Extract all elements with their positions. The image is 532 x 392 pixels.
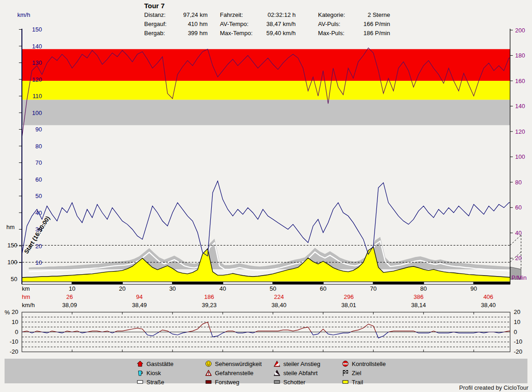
descent-icon bbox=[274, 370, 280, 376]
legend-item: Schotter bbox=[274, 378, 305, 386]
legend-item: STOPKontrollstelle bbox=[342, 360, 386, 367]
axis-label: 60 bbox=[320, 285, 326, 292]
axis-label: 39,23 bbox=[202, 302, 217, 308]
axis-label: 180 bbox=[515, 52, 525, 59]
road-swatch-icon bbox=[137, 379, 143, 385]
axis-label: 10 bbox=[69, 285, 75, 292]
house-icon bbox=[137, 361, 143, 367]
axis-label: 406 bbox=[483, 293, 493, 300]
pulse-zone-band bbox=[22, 81, 510, 100]
legend-item: Kiosk bbox=[137, 369, 161, 376]
axis-label: -20 bbox=[10, 348, 18, 355]
legend-item-label: Schotter bbox=[283, 379, 305, 386]
axis-label: 20 bbox=[36, 243, 42, 250]
axis-label: 38,09 bbox=[62, 302, 77, 308]
axis-label: -20 bbox=[514, 348, 522, 355]
axis-label: 50 bbox=[36, 193, 42, 199]
axis-label: 10 bbox=[36, 259, 42, 266]
axis-label: 38,01 bbox=[341, 302, 356, 308]
axis-label: 100 bbox=[32, 110, 42, 116]
smiley-icon bbox=[205, 361, 212, 367]
axis-label: 38,14 bbox=[411, 302, 426, 308]
stop-icon: STOP bbox=[342, 361, 349, 367]
legend-item-label: steile Abfahrt bbox=[283, 370, 318, 376]
axis-label: 50 bbox=[11, 276, 17, 282]
axis-label: 50 bbox=[270, 285, 276, 292]
axis-label: 38,49 bbox=[132, 302, 147, 308]
legend-item-label: Kontrollstelle bbox=[352, 361, 386, 367]
legend-item: Forstweg bbox=[205, 378, 239, 386]
axis-label: 20 bbox=[119, 285, 125, 292]
axis-label: 120 bbox=[32, 76, 42, 83]
axis-label: 30 bbox=[169, 285, 176, 292]
axis-label: hm bbox=[22, 293, 30, 300]
axis-label: 38,40 bbox=[271, 302, 287, 308]
legend-item-label: Gaststätte bbox=[146, 361, 173, 367]
km-scale-bar-segment bbox=[123, 282, 172, 284]
axis-label: 186 bbox=[204, 293, 214, 300]
legend-item: Sehenswürdigkeit bbox=[205, 360, 262, 367]
km-scale-bar-segment bbox=[323, 282, 373, 284]
speed-line bbox=[22, 181, 510, 256]
axis-label: 38,40 bbox=[481, 302, 496, 308]
axis-label: 120 bbox=[515, 128, 525, 135]
legend-item: Ziel bbox=[342, 369, 361, 376]
axis-label: km bbox=[22, 285, 30, 292]
axis-label: 90 bbox=[470, 285, 477, 292]
ciclotour-profile-page: Tour 7 Distanz:97,24 km Bergauf:410 hm B… bbox=[0, 0, 532, 392]
axis-label: 20 bbox=[515, 255, 522, 261]
profile-chart-svg: 102030405060708090100110120130140150km/h… bbox=[0, 0, 532, 359]
legend-item-label: Trail bbox=[352, 379, 363, 386]
axis-label: 40 bbox=[219, 285, 226, 292]
legend-band: GaststätteKioskStraßeSehenswürdigkeitGef… bbox=[5, 359, 527, 383]
axis-label: 100 bbox=[515, 153, 525, 160]
legend-item: Gefahrenstelle bbox=[205, 369, 254, 376]
axis-label: 20 bbox=[12, 308, 18, 315]
axis-label: 20 bbox=[514, 308, 520, 315]
km-scale-bar-segment bbox=[22, 282, 72, 284]
axis-label: 90 bbox=[36, 126, 42, 133]
gradient-line-uphill bbox=[22, 322, 510, 338]
axis-label: 80 bbox=[36, 143, 42, 150]
axis-label: 60 bbox=[515, 204, 522, 211]
legend-item-label: Straße bbox=[146, 379, 164, 386]
axis-label: 70 bbox=[370, 285, 376, 292]
axis-label: km/h bbox=[17, 11, 30, 18]
km-scale-bar-segment bbox=[424, 282, 473, 284]
legend-item: Trail bbox=[342, 378, 363, 386]
axis-label: 70 bbox=[36, 159, 42, 166]
axis-label: 80 bbox=[515, 179, 522, 186]
axis-label: 40 bbox=[515, 230, 522, 236]
legend-item-label: Gefahrenstelle bbox=[215, 370, 254, 376]
svg-text:STOP: STOP bbox=[344, 363, 348, 365]
legend-item-label: Ziel bbox=[352, 370, 361, 376]
axis-label: -10 bbox=[10, 338, 18, 345]
legend-item-label: steiler Anstieg bbox=[283, 361, 320, 367]
legend-item: Straße bbox=[137, 378, 164, 386]
danger-icon bbox=[205, 370, 212, 376]
axis-label: hm bbox=[6, 224, 15, 230]
axis-label: -10 bbox=[514, 338, 522, 345]
axis-label: 160 bbox=[515, 78, 525, 84]
legend-item: Gaststätte bbox=[137, 360, 173, 367]
axis-label: 150 bbox=[7, 242, 17, 249]
axis-label: 150 bbox=[32, 26, 42, 33]
axis-label: 140 bbox=[515, 103, 525, 110]
hm-gridline-3d bbox=[510, 235, 521, 246]
axis-label: 60 bbox=[36, 176, 42, 183]
axis-label: 10 bbox=[12, 319, 18, 325]
legend-item-label: Kiosk bbox=[146, 370, 161, 376]
legend-item: steiler Anstieg bbox=[274, 360, 320, 367]
legend-item-label: Sehenswürdigkeit bbox=[215, 361, 262, 367]
axis-label: 94 bbox=[136, 293, 142, 300]
axis-label: 10 bbox=[514, 319, 520, 325]
legend-item: steile Abfahrt bbox=[274, 369, 318, 376]
trail-swatch-icon bbox=[342, 379, 349, 385]
axis-label: 0 bbox=[514, 329, 517, 335]
axis-label: 80 bbox=[420, 285, 427, 292]
axis-label: 0 bbox=[15, 329, 18, 335]
kiosk-icon bbox=[137, 370, 143, 376]
forest-swatch-icon bbox=[205, 379, 212, 385]
km-scale-bar-segment bbox=[223, 282, 272, 284]
gravel-swatch-icon bbox=[274, 379, 280, 385]
